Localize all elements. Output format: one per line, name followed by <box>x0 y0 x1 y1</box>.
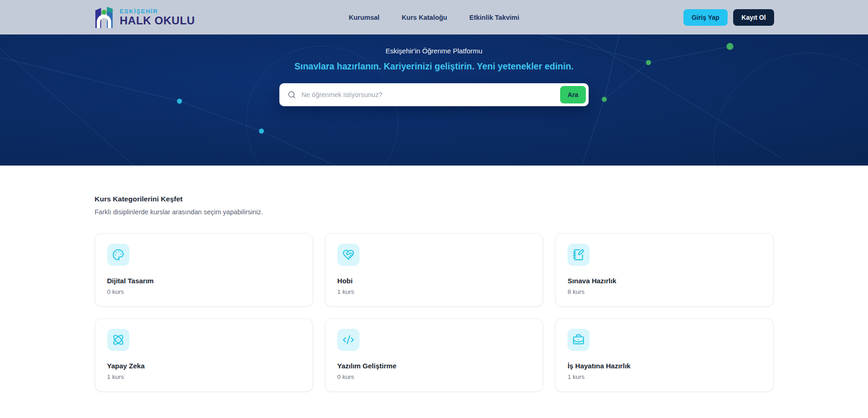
category-icon-box <box>107 329 129 351</box>
brand-name: HALK OKULU <box>120 15 195 26</box>
category-card[interactable]: Sınava Hazırlık 8 kurs <box>555 233 773 307</box>
category-card[interactable]: İş Hayatına Hazırlık 1 kurs <box>555 318 773 392</box>
category-name: Dijital Tasarım <box>107 277 301 285</box>
category-name: Yapay Zeka <box>107 362 301 370</box>
category-icon-box <box>337 244 359 266</box>
category-icon-box <box>337 329 359 351</box>
category-count: 0 kurs <box>107 288 301 295</box>
category-name: İş Hayatına Hazırlık <box>567 362 761 370</box>
hero-headline: Sınavlara hazırlanın. Kariyerinizi geliş… <box>295 61 574 72</box>
top-navbar: ESKİŞEHİR HALK OKULU Kurumsal Kurs Katal… <box>0 0 868 34</box>
code-icon <box>342 334 354 346</box>
atom-icon <box>112 334 124 346</box>
search-submit-button[interactable]: Ara <box>560 86 586 103</box>
category-count: 0 kurs <box>337 373 531 380</box>
category-count: 1 kurs <box>567 373 761 380</box>
brand-logo-block[interactable]: ESKİŞEHİR HALK OKULU <box>94 6 195 29</box>
hero-section: Eskişehir'in Öğrenme Platformu Sınavlara… <box>0 34 868 166</box>
login-button[interactable]: Giriş Yap <box>683 9 728 26</box>
category-icon-box <box>567 244 590 266</box>
briefcase-icon <box>573 334 584 346</box>
category-count: 8 kurs <box>567 288 761 295</box>
palette-icon <box>112 249 124 261</box>
category-card[interactable]: Yazılım Geliştirme 0 kurs <box>325 318 543 392</box>
section-title: Kurs Kategorilerini Keşfet <box>95 195 774 203</box>
hero-eyebrow: Eskişehir'in Öğrenme Platformu <box>386 47 482 55</box>
category-card[interactable]: Dijital Tasarım 0 kurs <box>95 233 313 307</box>
category-card-grid: Dijital Tasarım 0 kurs Hobi 1 kurs Sınav… <box>95 233 774 392</box>
category-count: 1 kurs <box>107 373 301 380</box>
notebook-pen-icon <box>573 249 584 261</box>
category-card[interactable]: Hobi 1 kurs <box>325 233 543 307</box>
category-name: Hobi <box>337 277 531 285</box>
category-card[interactable]: Yapay Zeka 1 kurs <box>95 318 313 392</box>
nav-item-etkinlik-takvimi[interactable]: Etkinlik Takvimi <box>469 14 520 21</box>
categories-section: Kurs Kategorilerini Keşfet Farklı disipl… <box>95 166 774 392</box>
category-count: 1 kurs <box>337 288 531 295</box>
search-input[interactable] <box>296 83 560 106</box>
category-icon-box <box>107 244 129 266</box>
section-subtitle: Farklı disiplinlerde kurslar arasından s… <box>95 208 774 216</box>
halk-okulu-logo-icon <box>94 6 115 29</box>
category-name: Yazılım Geliştirme <box>337 362 531 370</box>
category-icon-box <box>567 329 590 351</box>
nav-item-kurumsal[interactable]: Kurumsal <box>349 14 380 21</box>
course-searchbar: Ara <box>279 83 589 106</box>
heart-handshake-icon <box>342 249 354 261</box>
search-icon <box>288 91 296 99</box>
category-name: Sınava Hazırlık <box>567 277 761 285</box>
brand-city: ESKİŞEHİR <box>120 8 195 15</box>
brand-text: ESKİŞEHİR HALK OKULU <box>120 8 195 26</box>
main-nav: Kurumsal Kurs Kataloğu Etkinlik Takvimi <box>349 0 520 34</box>
auth-buttons: Giriş Yap Kayıt Ol <box>683 9 774 26</box>
register-button[interactable]: Kayıt Ol <box>733 9 774 26</box>
nav-item-kurs-katalogu[interactable]: Kurs Kataloğu <box>402 14 447 21</box>
